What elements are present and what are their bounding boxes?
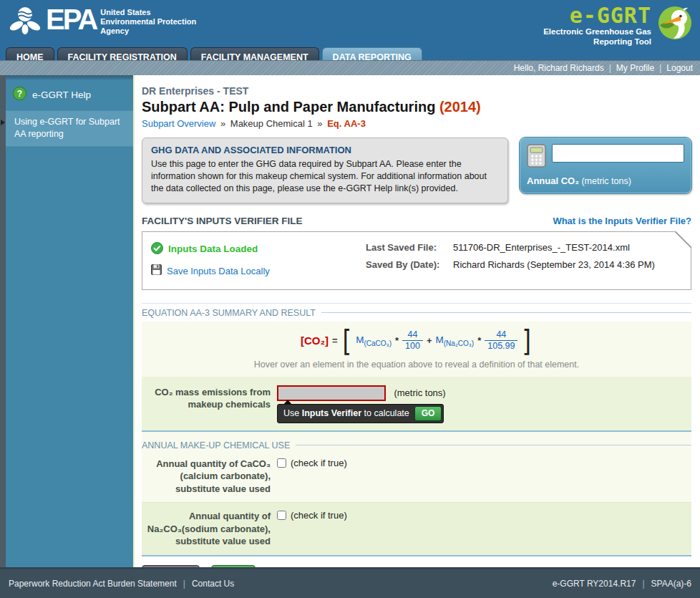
chemical-use-section-header: ANNUAL MAKE-UP CHEMICAL USE [142,440,691,450]
section-header-rule [321,312,691,313]
saved-by-row: Saved By (Date): Richard Richards (Septe… [366,259,682,270]
breadcrumb-separator: » [218,118,228,129]
inputs-data-status: Inputs Data Loaded [151,242,366,256]
ghg-info-title: GHG DATA AND ASSOCIATED INFORMATION [151,145,499,155]
last-saved-file-row: Last Saved File: 511706-DR_Enterprises_-… [366,242,682,253]
agency-line-3: Agency [100,26,196,36]
inputs-verifier-tooltip: Use Inputs Verifier to calculate GO [277,404,444,423]
eggrt-logo-group: e-GGRT Electronic Greenhouse Gas Reporti… [543,4,693,47]
plus-sign: + [427,335,432,346]
equation-term-na2co3[interactable]: M(Na₂CO₃) [436,334,475,347]
masthead: EPA United States Environmental Protecti… [0,0,700,60]
page-title-text: Subpart AA: Pulp and Paper Manufacturing [142,99,435,115]
caco3-check-hint: (check if true) [291,458,347,468]
agency-line-2: Environmental Protection [100,17,196,26]
sidebar-help-label: e-GGRT Help [32,90,91,100]
equation-display: [CO₂] = [ M(CaCO₃) * 44 100 + M(Na₂CO₃) … [142,322,691,377]
epa-wordmark: EPA [46,4,96,35]
sidebar: ? e-GGRT Help Using e-GGRT for Subpart A… [0,75,135,567]
equation-section-title: EQUATION AA-3 SUMMARY AND RESULT [142,308,316,318]
page: EPA United States Environmental Protecti… [0,0,700,598]
user-bar: Hello, Richard Richards | My Profile | L… [0,60,700,75]
annual-co2-label-units: (metric tons) [579,176,631,186]
last-saved-file-label: Last Saved File: [366,242,453,253]
na2co3-substitute-checkbox[interactable] [277,511,286,520]
caco3-substitute-label: Annual quantity of CaCO₃ (calcium carbon… [142,457,271,496]
equation-fraction-caco3[interactable]: 44 100 [402,329,423,352]
inputs-data-status-label: Inputs Data Loaded [168,243,258,254]
saved-by-value: Richard Richards (September 23, 2014 4:3… [453,259,655,270]
main-content: DR Enterprises - TEST Subpart AA: Pulp a… [135,75,700,567]
eggrt-tagline-line-2: Reporting Tool [543,37,651,47]
middle-region: ? e-GGRT Help Using e-GGRT for Subpart A… [0,75,700,567]
eggrt-tagline-line-1: Electronic Greenhouse Gas [543,26,651,37]
equation-result-term[interactable]: [CO₂] [301,334,329,347]
sidebar-help-header[interactable]: ? e-GGRT Help [6,79,133,110]
burden-statement-link[interactable]: Paperwork Reduction Act Burden Statement [9,579,177,589]
breadcrumb-makeup-chemical: Makeup Chemical 1 [230,118,313,129]
verifier-status-column: Inputs Data Loaded Save Inputs Data Loca… [151,242,366,278]
chemical-use-section-title: ANNUAL MAKE-UP CHEMICAL USE [142,440,290,450]
save-inputs-row: Save Inputs Data Locally [151,264,366,278]
bird-logo [657,5,693,44]
annual-co2-value-field [552,144,684,163]
caco3-substitute-checkbox[interactable] [277,458,286,468]
na2co3-substitute-row: Annual quantity of Na₂CO₃(sodium carbona… [142,502,691,555]
breadcrumb: Subpart Overview » Makeup Chemical 1 » E… [142,118,691,129]
equation-fraction-na2co3[interactable]: 44 105.99 [485,329,517,352]
equation-section: EQUATION AA-3 SUMMARY AND RESULT [CO₂] =… [142,303,691,432]
section-header-rule [296,445,691,445]
saved-by-label: Saved By (Date): [366,259,453,270]
close-bracket: ] [522,329,531,353]
eggrt-wordmark: e-GGRT [543,5,651,26]
footer-separator: | [183,579,185,589]
caco3-check-area: (check if true) [277,457,347,496]
na2co3-substitute-label: Annual quantity of Na₂CO₃(sodium carbona… [142,509,271,548]
verifier-file-details: Last Saved File: 511706-DR_Enterprises_-… [366,242,682,278]
breadcrumb-current: Eq. AA-3 [327,118,366,129]
verifier-section-title: FACILITY'S INPUTS VERIFIER FILE [142,216,302,226]
equation-section-header: EQUATION AA-3 SUMMARY AND RESULT [142,308,691,318]
co2-mass-emissions-units: (metric tons) [394,387,445,398]
facility-name: DR Enterprises - TEST [142,85,691,97]
save-inputs-data-link[interactable]: Save Inputs Data Locally [167,266,270,276]
user-greeting: Hello, Richard Richards [514,63,604,73]
ghg-info-box: GHG DATA AND ASSOCIATED INFORMATION Use … [142,138,508,203]
logout-link[interactable]: Logout [666,63,693,73]
sidebar-item-subpart-aa-help[interactable]: Using e-GGRT for Subpart AA reporting [6,110,133,147]
ghg-info-body: Use this page to enter the GHG data requ… [151,158,499,195]
footer-separator: | [642,579,644,589]
eggrt-tagline: Electronic Greenhouse Gas Reporting Tool [543,26,651,47]
go-button[interactable]: GO [414,406,442,421]
breadcrumb-subpart-overview-link[interactable]: Subpart Overview [142,118,215,129]
equals-sign: = [332,335,338,346]
epa-logo-group: EPA United States Environmental Protecti… [9,4,196,47]
verifier-status-box: Inputs Data Loaded Save Inputs Data Loca… [142,231,691,290]
check-circle-icon [151,242,163,256]
chemical-use-section: ANNUAL MAKE-UP CHEMICAL USE Annual quant… [142,432,691,556]
equation-term-caco3[interactable]: M(CaCO₃) [356,334,392,347]
tooltip-text: Use Inputs Verifier to calculate [283,408,409,418]
co2-mass-emissions-input [277,385,386,401]
page-code: SPAA(a)-6 [651,579,691,589]
equation-hover-note: Hover over an element in the equation ab… [142,360,691,370]
co2-mass-emissions-label: CO₂ mass emissions from makeup chemicals [142,385,271,423]
my-profile-link[interactable]: My Profile [616,63,654,73]
caco3-substitute-row: Annual quantity of CaCO₃ (calcium carbon… [142,450,691,503]
contact-us-link[interactable]: Contact Us [192,579,234,589]
page-title: Subpart AA: Pulp and Paper Manufacturing… [142,99,691,115]
open-bracket: [ [342,329,351,353]
annual-co2-summary-box: Annual CO₂ (metric tons) [520,138,691,193]
verifier-header-row: FACILITY'S INPUTS VERIFIER FILE What is … [142,216,691,226]
co2-mass-emissions-field-area: (metric tons) Use Inputs Verifier to cal… [277,385,446,423]
agency-name: United States Environmental Protection A… [100,4,196,37]
report-year: (2014) [439,99,481,115]
floppy-disk-icon [151,264,162,278]
last-saved-file-value: 511706-DR_Enterprises_-_TEST-2014.xml [453,242,630,253]
annual-co2-label: Annual CO₂ (metric tons) [527,175,684,186]
epa-logo [9,4,42,39]
what-is-inputs-verifier-link[interactable]: What is the Inputs Verifier File? [553,216,691,226]
userbar-separator: | [659,63,661,73]
svg-text:?: ? [17,89,22,99]
info-boxes-row: GHG DATA AND ASSOCIATED INFORMATION Use … [142,138,691,203]
